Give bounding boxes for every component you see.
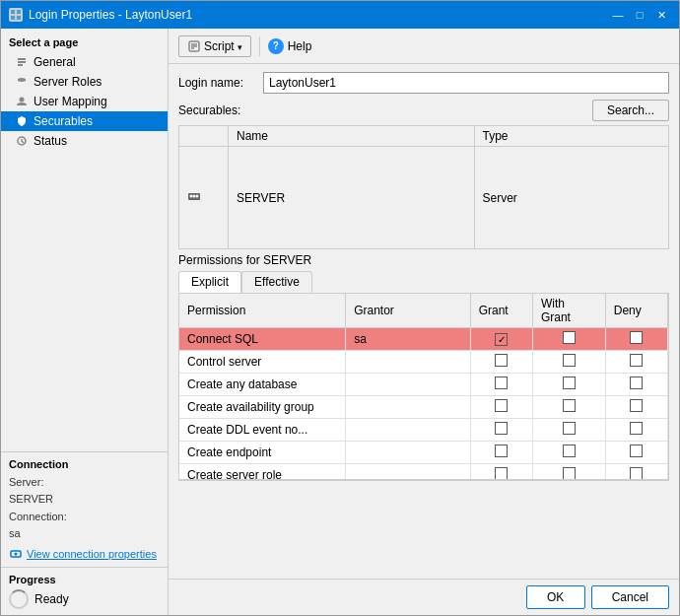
svg-point-7 xyxy=(15,553,18,556)
grant-cell[interactable] xyxy=(470,442,532,464)
grant-cell[interactable] xyxy=(470,374,532,396)
table-row[interactable]: Create any database xyxy=(179,374,668,396)
deny-checkbox[interactable] xyxy=(630,445,643,457)
deny-cell[interactable] xyxy=(605,351,667,374)
sidebar-item-status[interactable]: Status xyxy=(1,131,168,151)
login-name-input[interactable] xyxy=(263,72,669,94)
search-button[interactable]: Search... xyxy=(592,100,669,121)
with-grant-checkbox[interactable] xyxy=(563,399,576,412)
grant-checkbox[interactable] xyxy=(495,399,508,412)
row-name: SERVER xyxy=(229,147,475,249)
tab-explicit[interactable]: Explicit xyxy=(178,271,241,293)
with-grant-cell[interactable] xyxy=(532,396,605,419)
main-window: Login Properties - LaytonUser1 — □ ✕ Sel… xyxy=(0,0,680,616)
minimize-button[interactable]: — xyxy=(608,5,628,25)
with-grant-checkbox[interactable] xyxy=(563,331,576,344)
deny-checkbox[interactable] xyxy=(630,354,643,367)
permission-cell: Control server xyxy=(179,351,346,374)
with-grant-cell[interactable] xyxy=(532,351,605,374)
deny-checkbox[interactable] xyxy=(630,376,643,389)
grant-checkbox[interactable] xyxy=(495,422,508,435)
deny-checkbox[interactable] xyxy=(630,399,643,412)
progress-section: Progress Ready xyxy=(1,567,168,615)
cancel-button[interactable]: Cancel xyxy=(591,585,669,609)
with-grant-checkbox[interactable] xyxy=(563,376,576,389)
close-button[interactable]: ✕ xyxy=(651,5,671,25)
with-grant-cell[interactable] xyxy=(532,328,605,351)
table-row[interactable]: SERVER Server xyxy=(179,147,669,249)
col-grant-header: Grant xyxy=(470,294,532,328)
permissions-table: Permission Grantor Grant With Grant Deny… xyxy=(179,294,668,480)
login-name-label: Login name: xyxy=(178,76,257,90)
deny-checkbox[interactable] xyxy=(630,422,643,435)
table-row[interactable]: Connect SQLsa xyxy=(179,328,668,351)
login-name-row: Login name: xyxy=(178,72,669,94)
row-icon-cell xyxy=(179,147,229,249)
deny-checkbox[interactable] xyxy=(630,467,643,480)
sidebar-item-server-roles[interactable]: Server Roles xyxy=(1,72,168,92)
grant-checkbox[interactable] xyxy=(495,333,508,346)
with-grant-cell[interactable] xyxy=(532,464,605,481)
svg-point-11 xyxy=(193,195,196,198)
permission-cell: Create any database xyxy=(179,374,346,396)
grant-cell[interactable] xyxy=(470,419,532,442)
grant-cell[interactable] xyxy=(470,351,532,374)
with-grant-checkbox[interactable] xyxy=(563,467,576,480)
svg-rect-3 xyxy=(17,16,21,20)
sidebar-item-user-mapping[interactable]: User Mapping xyxy=(1,92,168,111)
table-row[interactable]: Control server xyxy=(179,351,668,374)
maximize-button[interactable]: □ xyxy=(630,5,649,25)
securables-label: Securables: xyxy=(178,103,257,117)
sidebar-item-general[interactable]: General xyxy=(1,52,168,72)
sidebar-label-securables: Securables xyxy=(34,114,93,128)
with-grant-cell[interactable] xyxy=(532,442,605,464)
sidebar-section-title: Select a page xyxy=(1,29,168,52)
progress-spinner xyxy=(9,589,29,609)
connection-icon xyxy=(9,547,23,561)
table-row[interactable]: Create availability group xyxy=(179,396,668,419)
bottom-scrollbar[interactable] xyxy=(178,480,669,496)
permission-cell: Create DDL event no... xyxy=(179,419,346,442)
general-icon xyxy=(15,55,29,69)
grantor-cell xyxy=(346,351,471,374)
scrollbar-track xyxy=(178,481,669,497)
view-connection-link[interactable]: View connection properties xyxy=(9,547,160,561)
deny-cell[interactable] xyxy=(605,396,667,419)
deny-cell[interactable] xyxy=(605,328,667,351)
svg-rect-2 xyxy=(11,16,15,20)
deny-cell[interactable] xyxy=(605,442,667,464)
grant-checkbox[interactable] xyxy=(495,376,508,389)
deny-checkbox[interactable] xyxy=(630,331,643,344)
permissions-table-container[interactable]: Permission Grantor Grant With Grant Deny… xyxy=(178,293,669,480)
with-grant-checkbox[interactable] xyxy=(563,354,576,367)
deny-cell[interactable] xyxy=(605,374,667,396)
help-button[interactable]: ? Help xyxy=(268,38,312,54)
window-controls: — □ ✕ xyxy=(608,5,671,25)
table-row[interactable]: Create server role xyxy=(179,464,668,481)
permission-cell: Create endpoint xyxy=(179,442,346,464)
grant-cell[interactable] xyxy=(470,396,532,419)
grant-cell[interactable] xyxy=(470,328,532,351)
grant-cell[interactable] xyxy=(470,464,532,481)
with-grant-checkbox[interactable] xyxy=(563,422,576,435)
tabs: Explicit Effective xyxy=(178,271,669,293)
progress-status: Ready xyxy=(34,592,69,606)
sidebar: Select a page General Server Roles xyxy=(1,29,169,615)
connection-title: Connection xyxy=(9,458,160,470)
with-grant-checkbox[interactable] xyxy=(563,445,576,457)
sidebar-item-securables[interactable]: Securables xyxy=(1,111,168,131)
table-row[interactable]: Create DDL event no... xyxy=(179,419,668,442)
deny-cell[interactable] xyxy=(605,419,667,442)
ok-button[interactable]: OK xyxy=(526,585,585,609)
grant-checkbox[interactable] xyxy=(495,467,508,480)
script-button[interactable]: Script xyxy=(178,35,251,57)
with-grant-cell[interactable] xyxy=(532,419,605,442)
grant-checkbox[interactable] xyxy=(495,445,508,457)
grantor-cell: sa xyxy=(346,328,471,351)
table-row[interactable]: Create endpoint xyxy=(179,442,668,464)
grant-checkbox[interactable] xyxy=(495,354,508,367)
with-grant-cell[interactable] xyxy=(532,374,605,396)
deny-cell[interactable] xyxy=(605,464,667,481)
permission-cell: Create availability group xyxy=(179,396,346,419)
tab-effective[interactable]: Effective xyxy=(241,271,312,293)
